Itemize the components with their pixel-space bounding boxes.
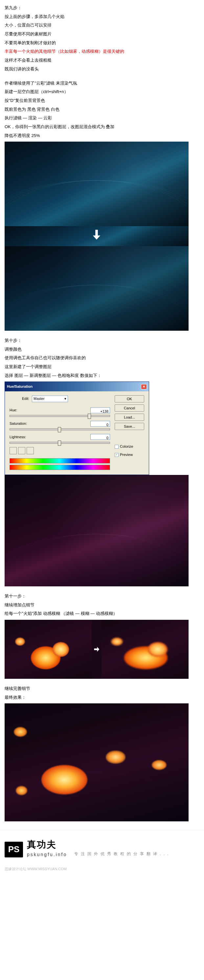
load-button[interactable]: Load... xyxy=(115,414,144,421)
color-adjusted-result-image xyxy=(5,475,189,586)
hue-saturation-dialog: Hue/Saturation ✕ Edit: Master ▾ Hue: xyxy=(5,382,149,475)
step9-line: 既我们讲的没看头 xyxy=(5,65,199,73)
step9-line: 按上面的步骤，多添加几个火焰 xyxy=(5,13,199,21)
arrow-down-icon xyxy=(5,226,189,246)
brand-url: pskungfu.info xyxy=(27,850,67,859)
save-button[interactable]: Save... xyxy=(115,423,144,430)
saturation-value-input[interactable]: 0 xyxy=(90,421,110,427)
step9-heading: 第九步： xyxy=(5,4,199,12)
step10-heading: 第十步： xyxy=(5,337,199,345)
eyedropper-plus-icon[interactable] xyxy=(18,447,25,454)
step9-line: 不要简单的复制刚才做好的 xyxy=(5,39,199,47)
step9-para2-line: 按"D"复位前景背景色 xyxy=(5,97,199,105)
ok-button[interactable]: OK xyxy=(115,395,144,402)
edit-select[interactable]: Master ▾ xyxy=(32,396,68,402)
finish-line: 最终效果： xyxy=(5,694,199,702)
colorize-label: Colorize xyxy=(120,443,133,450)
step9-line: 尽量使用不同的素材图片 xyxy=(5,30,199,38)
preview-label: Preview xyxy=(120,451,133,458)
cancel-button[interactable]: Cancel xyxy=(115,404,144,412)
close-icon[interactable]: ✕ xyxy=(141,384,147,390)
hue-slider[interactable] xyxy=(10,415,110,417)
hue-saturation-and-result: Hue/Saturation ✕ Edit: Master ▾ Hue: xyxy=(5,382,189,586)
step11-line: 给每一个"火焰"添加 动感模糊 （滤镜 — 模糊 — 动感模糊） xyxy=(5,609,199,618)
lightness-value-input[interactable]: 0 xyxy=(90,434,110,440)
step9-line: 这样才不会看上去很粗糙 xyxy=(5,56,199,65)
saturation-label: Saturation: xyxy=(10,420,27,427)
step10-line: 调整颜色 xyxy=(5,345,199,354)
eyedropper-minus-icon[interactable] xyxy=(27,447,34,454)
step11-line: 继续增加点细节 xyxy=(5,601,199,609)
step9-para2-line: 执行滤镜 — 渲染 — 云彩 xyxy=(5,114,199,122)
lightness-label: Lightness: xyxy=(10,434,26,441)
step9-para2-line: 降低不透明度 25% xyxy=(5,132,199,140)
step9-para2-line: 作者继续使用了"云彩"滤镜 来渲染气氛 xyxy=(5,79,199,88)
step10-line: 这里新建了一个调整图层 xyxy=(5,363,199,371)
hue-value-input[interactable]: +138 xyxy=(90,407,110,413)
footer-subtext: 思缘设计论坛 WWW.MISSYUAN.COM xyxy=(5,865,199,872)
dialog-title: Hue/Saturation xyxy=(7,383,32,390)
edit-select-value: Master xyxy=(34,395,45,402)
preview-checkbox[interactable]: ✓ xyxy=(115,453,119,457)
step9-para2-line: OK，你得到一张黑白的云彩图层，改图层混合模式为 叠加 xyxy=(5,123,199,131)
brand-slogan: 专注国外优秀教程的分享翻译... xyxy=(74,850,171,858)
chevron-down-icon: ▾ xyxy=(64,395,66,402)
step9-para2-line: 既前景色为 黑色 背景色 白色 xyxy=(5,105,199,114)
step9-key-line: 丰富每一个火焰的其他细节（比如烟雾，动感模糊）是很关键的 xyxy=(5,48,199,56)
clouds-before-after-image xyxy=(5,142,199,331)
hue-gradient-bar xyxy=(10,465,110,470)
finish-line: 继续完善细节 xyxy=(5,685,199,693)
step11-heading: 第十一步： xyxy=(5,592,199,600)
saturation-slider[interactable] xyxy=(10,428,110,430)
step9-line: 大小，位置自己可以安排 xyxy=(5,21,199,30)
step10-line: 选择 图层 — 新调整图层 — 色相饱和度 数值如下： xyxy=(5,372,199,380)
lightness-slider[interactable] xyxy=(10,442,110,444)
eyedropper-icon[interactable] xyxy=(10,447,17,454)
colorize-checkbox[interactable] xyxy=(115,445,119,449)
hue-label: Hue: xyxy=(10,407,17,414)
final-result-image xyxy=(5,703,189,821)
edit-label: Edit: xyxy=(10,395,29,402)
logo-icon: PS xyxy=(5,842,23,858)
arrow-right-icon xyxy=(92,646,101,652)
step10-line: 使用调色工具你自己也可以随便调你喜欢的 xyxy=(5,354,199,362)
motion-blur-compare-image xyxy=(5,620,189,679)
footer: PS 真功夫 pskungfu.info 专注国外优秀教程的分享翻译... 思缘… xyxy=(0,830,204,875)
hue-gradient-bar xyxy=(10,458,110,463)
brand-name: 真功夫 xyxy=(27,840,67,849)
step9-para2-line: 新建一层空白图层（ctrl+shift+n） xyxy=(5,88,199,96)
